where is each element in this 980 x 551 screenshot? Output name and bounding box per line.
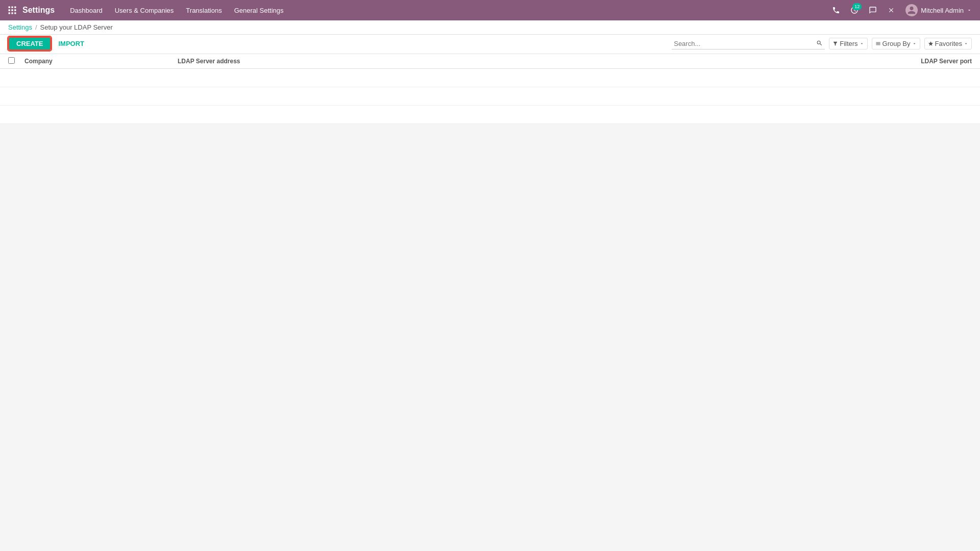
app-title: Settings <box>22 6 55 15</box>
select-all-check[interactable] <box>8 57 15 64</box>
svg-rect-3 <box>9 9 10 11</box>
close-icon[interactable] <box>883 2 899 18</box>
navbar-menu: Dashboard Users & Companies Translations… <box>65 5 828 16</box>
user-menu[interactable]: Mitchell Admin <box>901 2 976 18</box>
svg-rect-7 <box>11 12 13 14</box>
breadcrumb: Settings / Setup your LDAP Server <box>8 23 113 31</box>
filters-label: Filters <box>840 40 857 47</box>
svg-rect-4 <box>11 9 13 11</box>
table-header: Company LDAP Server address LDAP Server … <box>0 54 980 69</box>
select-all-checkbox[interactable] <box>8 57 24 65</box>
column-ldap-port[interactable]: LDAP Server port <box>890 58 972 65</box>
column-ldap-address[interactable]: LDAP Server address <box>178 58 890 65</box>
svg-rect-8 <box>14 12 16 14</box>
breadcrumb-parent[interactable]: Settings <box>8 23 32 31</box>
column-company[interactable]: Company <box>24 58 178 65</box>
nav-users-companies[interactable]: Users & Companies <box>110 5 179 16</box>
nav-dashboard[interactable]: Dashboard <box>65 5 108 16</box>
search-input[interactable] <box>672 38 825 49</box>
table-row[interactable] <box>0 69 980 87</box>
import-button[interactable]: IMPORT <box>55 38 87 49</box>
group-by-label: Group By <box>883 40 911 47</box>
breadcrumb-separator: / <box>35 23 37 31</box>
search-controls: Filters Group By Favorites <box>672 38 972 49</box>
create-button[interactable]: CREATE <box>8 37 51 51</box>
table-row[interactable] <box>0 87 980 106</box>
user-name: Mitchell Admin <box>921 7 964 14</box>
clock-icon[interactable]: 12 <box>846 2 863 18</box>
filters-button[interactable]: Filters <box>829 38 867 49</box>
subheader: Settings / Setup your LDAP Server <box>0 20 980 35</box>
svg-rect-2 <box>14 7 16 8</box>
chat-icon[interactable] <box>865 2 881 18</box>
nav-general-settings[interactable]: General Settings <box>229 5 289 16</box>
clock-badge: 12 <box>852 3 862 10</box>
table-row[interactable] <box>0 106 980 124</box>
action-bar: CREATE IMPORT Filters Group By Favorites <box>0 35 980 54</box>
favorites-button[interactable]: Favorites <box>924 38 972 49</box>
navbar: Settings Dashboard Users & Companies Tra… <box>0 0 980 20</box>
svg-rect-6 <box>9 12 10 14</box>
action-buttons: CREATE IMPORT <box>8 37 87 51</box>
search-wrapper <box>672 38 825 49</box>
svg-rect-5 <box>14 9 16 11</box>
favorites-label: Favorites <box>935 40 962 47</box>
table-body <box>0 69 980 124</box>
phone-icon[interactable] <box>828 2 844 18</box>
svg-rect-1 <box>11 7 13 8</box>
apps-icon[interactable] <box>4 2 20 18</box>
nav-translations[interactable]: Translations <box>181 5 227 16</box>
group-by-button[interactable]: Group By <box>872 38 920 49</box>
breadcrumb-current: Setup your LDAP Server <box>40 23 113 31</box>
navbar-right: 12 Mitchell Admin <box>828 2 976 18</box>
svg-rect-0 <box>9 7 10 8</box>
avatar <box>905 4 918 16</box>
search-icon <box>816 40 823 48</box>
